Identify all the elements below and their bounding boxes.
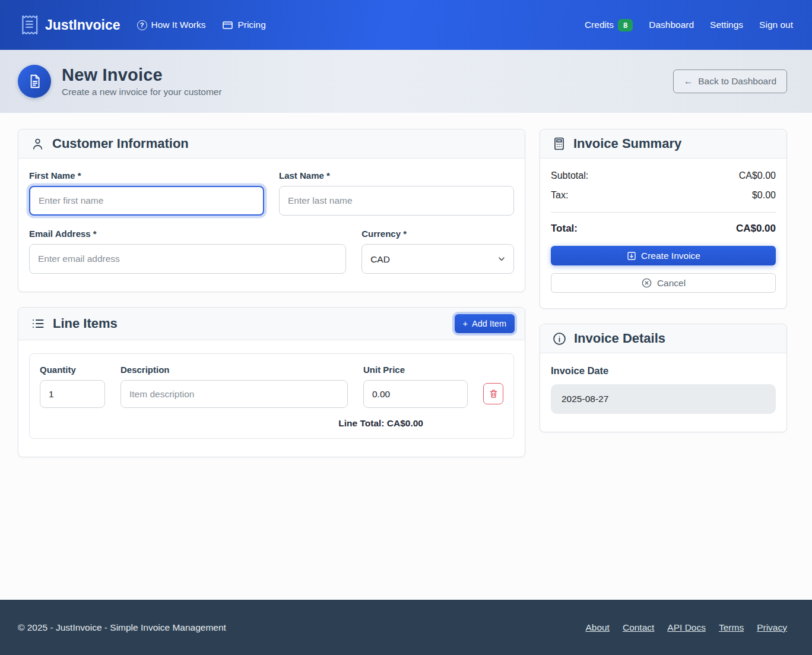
add-item-label: Add Item (472, 319, 506, 328)
email-label: Email Address * (29, 229, 346, 239)
subtotal-label: Subtotal: (551, 170, 588, 181)
main-content: Customer Information First Name * Last N… (0, 113, 812, 600)
navbar-left: JustInvoice ? How It Works Pricing (19, 14, 266, 36)
add-item-button[interactable]: + Add Item (455, 314, 515, 333)
cancel-button[interactable]: Cancel (551, 273, 776, 293)
description-label: Description (120, 365, 348, 375)
currency-label: Currency * (361, 229, 514, 239)
total-label: Total: (551, 223, 578, 235)
last-name-group: Last Name * (279, 170, 514, 216)
cancel-circle-icon (641, 277, 652, 289)
arrow-left-icon: ← (684, 76, 693, 87)
delete-item-button[interactable] (483, 383, 503, 404)
line-items-title: Line Items (53, 316, 118, 331)
tax-value: $0.00 (752, 190, 776, 201)
tax-label: Tax: (551, 190, 568, 201)
back-to-dashboard-button[interactable]: ← Back to Dashboard (673, 69, 787, 93)
invoice-details-body: Invoice Date 2025-08-27 (540, 353, 786, 432)
line-total: Line Total: CA$0.00 (40, 418, 503, 429)
brand-link[interactable]: JustInvoice (19, 14, 120, 36)
create-invoice-label: Create Invoice (641, 251, 700, 261)
line-items-title-wrap: Line Items (30, 316, 118, 331)
invoice-details-card: Invoice Details Invoice Date 2025-08-27 (540, 324, 787, 432)
trash-icon (489, 388, 499, 399)
nav-sign-out[interactable]: Sign out (759, 20, 793, 30)
first-name-input[interactable] (29, 186, 264, 216)
footer-link-privacy[interactable]: Privacy (757, 622, 787, 633)
quantity-input[interactable] (40, 380, 105, 408)
nav-pricing-label: Pricing (237, 20, 265, 30)
customer-information-card: Customer Information First Name * Last N… (18, 129, 525, 292)
page-title: New Invoice (62, 65, 222, 85)
currency-select-wrap: CAD (361, 244, 514, 274)
line-items-body: Quantity Description Unit Price (18, 340, 525, 457)
footer-link-api-docs[interactable]: API Docs (667, 622, 706, 633)
page-header-text: New Invoice Create a new invoice for you… (62, 65, 222, 97)
footer: © 2025 - JustInvoice - Simple Invoice Ma… (0, 600, 812, 655)
credits-badge: 8 (618, 19, 633, 31)
line-item-row: Quantity Description Unit Price (29, 353, 514, 439)
total-value: CA$0.00 (736, 223, 776, 235)
nav-how-it-works[interactable]: ? How It Works (137, 20, 206, 30)
quantity-label: Quantity (40, 365, 105, 375)
description-input[interactable] (120, 380, 348, 408)
receipt-icon (19, 14, 39, 36)
customer-information-title: Customer Information (52, 136, 189, 151)
footer-copyright: © 2025 - JustInvoice - Simple Invoice Ma… (18, 622, 226, 633)
subtotal-row: Subtotal: CA$0.00 (551, 170, 776, 181)
info-circle-icon (552, 331, 567, 346)
line-item-grid: Quantity Description Unit Price (40, 365, 503, 408)
customer-information-header: Customer Information (18, 129, 525, 159)
description-group: Description (120, 365, 348, 408)
nav-pricing[interactable]: Pricing (222, 20, 265, 31)
first-name-label: First Name * (29, 170, 264, 181)
quantity-group: Quantity (40, 365, 105, 408)
page-subtitle: Create a new invoice for your customer (62, 87, 222, 97)
tax-row: Tax: $0.00 (551, 190, 776, 201)
navbar-right: Credits 8 Dashboard Settings Sign out (585, 19, 793, 31)
page-header-left: New Invoice Create a new invoice for you… (18, 65, 222, 98)
cancel-label: Cancel (657, 278, 686, 289)
footer-link-about[interactable]: About (585, 622, 610, 633)
subtotal-value: CA$0.00 (739, 170, 776, 181)
credits-label: Credits (585, 20, 614, 30)
unit-price-label: Unit Price (363, 365, 468, 375)
page-header: New Invoice Create a new invoice for you… (0, 50, 812, 113)
list-icon (30, 317, 46, 331)
invoice-summary-header: Invoice Summary (540, 129, 786, 159)
credit-card-icon (222, 20, 233, 31)
back-to-dashboard-label: Back to Dashboard (698, 76, 776, 87)
create-invoice-button[interactable]: Create Invoice (551, 246, 776, 265)
calculator-icon (552, 136, 566, 151)
nav-how-it-works-label: How It Works (151, 20, 206, 30)
unit-price-group: Unit Price (363, 365, 468, 408)
name-row: First Name * Last Name * (29, 170, 514, 216)
email-group: Email Address * (29, 229, 346, 274)
invoice-details-header: Invoice Details (540, 324, 786, 353)
invoice-summary-body: Subtotal: CA$0.00 Tax: $0.00 Total: CA$0… (540, 159, 786, 308)
invoice-details-title: Invoice Details (574, 331, 665, 346)
footer-link-contact[interactable]: Contact (623, 622, 654, 633)
currency-select[interactable]: CAD (361, 244, 514, 274)
currency-group: Currency * CAD (361, 229, 514, 274)
nav-credits[interactable]: Credits 8 (585, 19, 633, 31)
customer-information-body: First Name * Last Name * Email Address * (18, 159, 525, 292)
line-items-card: Line Items + Add Item Quantity (18, 307, 525, 457)
nav-dashboard[interactable]: Dashboard (649, 20, 694, 30)
total-row: Total: CA$0.00 (551, 223, 776, 235)
line-total-value: CA$0.00 (387, 418, 423, 428)
top-navbar: JustInvoice ? How It Works Pricing Credi… (0, 0, 812, 50)
brand-name: JustInvoice (45, 17, 120, 33)
document-icon (18, 65, 51, 98)
invoice-date-label: Invoice Date (551, 365, 776, 376)
last-name-input[interactable] (279, 186, 514, 216)
email-input[interactable] (29, 244, 346, 274)
footer-links: About Contact API Docs Terms Privacy (585, 622, 787, 633)
summary-divider (551, 212, 776, 213)
save-icon (626, 251, 637, 261)
unit-price-input[interactable] (363, 380, 468, 408)
footer-link-terms[interactable]: Terms (719, 622, 744, 633)
nav-settings[interactable]: Settings (710, 20, 743, 30)
question-circle-icon: ? (137, 20, 147, 30)
main-column: Customer Information First Name * Last N… (18, 129, 525, 472)
